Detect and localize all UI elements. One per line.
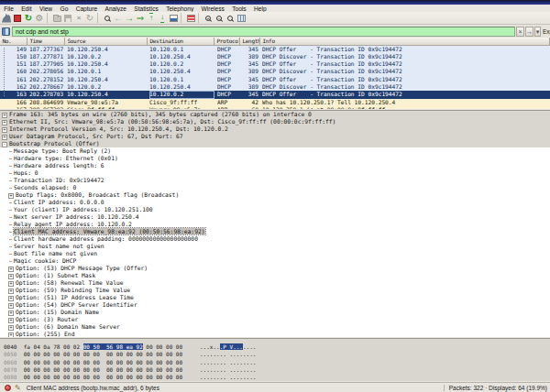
stop-capture-icon[interactable] xyxy=(12,12,23,24)
column-header-no[interactable]: No. xyxy=(0,38,28,46)
zoom-out-icon[interactable]: − xyxy=(214,12,225,24)
detail-row[interactable]: +Option: (6) Domain Name Server xyxy=(0,323,550,331)
detail-row[interactable]: Relay agent IP address: 10.120.0.2 xyxy=(0,221,550,228)
detail-row[interactable]: +Option: (255) End xyxy=(0,331,550,337)
column-header-source[interactable]: Source xyxy=(65,38,148,46)
go-to-packet-icon[interactable]: ⇒ xyxy=(135,12,146,24)
detail-row[interactable]: +Option: (15) Domain Name xyxy=(0,309,550,316)
detail-row[interactable]: Magic cookie: DHCP xyxy=(0,257,550,265)
detail-row[interactable]: Your (client) IP address: 10.120.251.100 xyxy=(0,206,550,213)
resize-columns-icon[interactable] xyxy=(236,12,247,24)
expander-icon[interactable]: + xyxy=(8,318,14,323)
filter-expression-label[interactable]: Expression… xyxy=(543,28,550,35)
go-back-icon[interactable]: ← xyxy=(113,12,124,24)
menu-tools[interactable]: Tools xyxy=(228,5,250,12)
packet-row-160[interactable]: 160202.27805610.120.0.110.120.250.4DHCP3… xyxy=(0,68,550,75)
detail-row[interactable]: Next server IP address: 10.120.250.4 xyxy=(0,213,550,221)
expander-icon[interactable]: + xyxy=(8,296,14,301)
start-capture-icon[interactable] xyxy=(1,12,12,24)
detail-row[interactable]: Client IP address: 0.0.0.0 xyxy=(0,199,550,206)
detail-row[interactable]: Client hardware address padding: 0000000… xyxy=(0,235,550,243)
column-header-time[interactable]: Time xyxy=(28,38,65,46)
packet-row-162[interactable]: 162202.27866710.120.0.210.120.250.4DHCP3… xyxy=(0,83,550,91)
go-forward-icon[interactable]: → xyxy=(124,12,135,24)
capture-comment-icon[interactable]: ✎ xyxy=(15,384,21,392)
menu-statistics[interactable]: Statistics xyxy=(130,5,162,12)
packet-row-161[interactable]: 161202.27815210.120.250.410.120.0.1DHCP3… xyxy=(0,76,550,83)
filter-dropdown-button[interactable]: ▾ xyxy=(534,27,541,37)
close-file-icon[interactable]: × xyxy=(73,12,84,24)
menu-capture[interactable]: Capture xyxy=(72,5,101,12)
detail-row[interactable]: Hops: 0 xyxy=(0,169,550,177)
filter-apply-button[interactable]: → xyxy=(525,27,534,37)
packet-row-151[interactable]: 151187.27790510.120.250.410.120.0.2DHCP3… xyxy=(0,60,550,68)
column-header-length[interactable]: Length xyxy=(240,38,260,46)
detail-row[interactable]: +Bootp flags: 0x8000, Broadcast flag (Br… xyxy=(0,191,550,199)
expander-icon[interactable]: + xyxy=(8,303,14,309)
packet-row-163[interactable]: 163202.27870310.120.250.410.120.0.2DHCP3… xyxy=(0,91,550,98)
packet-row-150[interactable]: 150187.27787110.120.0.210.120.250.4DHCP3… xyxy=(0,53,550,60)
colorize-icon[interactable] xyxy=(185,12,196,24)
detail-row[interactable]: +Frame 163: 345 bytes on wire (2760 bits… xyxy=(0,111,550,118)
column-header-info[interactable]: Info xyxy=(260,38,550,46)
packet-row-149[interactable]: 149187.27736710.120.250.410.120.0.1DHCP3… xyxy=(0,46,550,53)
menu-wireless[interactable]: Wireless xyxy=(197,5,228,12)
detail-row[interactable]: Transaction ID: 0x9c194472 xyxy=(0,177,550,184)
save-file-icon[interactable] xyxy=(62,12,73,24)
expander-icon[interactable]: - xyxy=(2,142,7,147)
detail-row[interactable]: Client MAC address: Vmware_98:ea:92 (00:… xyxy=(0,228,550,235)
menu-edit[interactable]: Edit xyxy=(17,5,36,12)
go-bottom-icon[interactable]: ↓ xyxy=(157,12,168,24)
expander-icon[interactable]: + xyxy=(8,332,14,338)
detail-row[interactable]: Boot file name not given xyxy=(0,250,550,257)
detail-row[interactable]: +Option: (59) Rebinding Time Value xyxy=(0,287,550,294)
reload-icon[interactable]: ↻ xyxy=(84,12,95,24)
zoom-reset-icon[interactable] xyxy=(225,12,236,24)
detail-row[interactable]: +Option: (51) IP Address Lease Time xyxy=(0,294,550,301)
detail-row[interactable]: +Option: (58) Renewal Time Value xyxy=(0,279,550,287)
detail-row[interactable]: +Option: (3) Router xyxy=(0,316,550,323)
column-header-destination[interactable]: Destination xyxy=(148,38,214,46)
expander-icon[interactable]: + xyxy=(8,267,14,272)
detail-row[interactable]: +Option: (1) Subnet Mask xyxy=(0,272,550,279)
hex-row-0070[interactable]: 0070 00 00 00 00 00 00 00 00 00 00 00 00… xyxy=(0,366,550,374)
auto-scroll-icon[interactable] xyxy=(168,12,179,24)
menu-file[interactable]: File xyxy=(0,5,17,12)
expander-icon[interactable]: + xyxy=(8,193,14,199)
open-file-icon[interactable] xyxy=(51,12,62,24)
detail-row[interactable]: +Internet Protocol Version 4, Src: 10.12… xyxy=(0,125,550,133)
menu-telephony[interactable]: Telephony xyxy=(162,5,197,12)
menu-analyze[interactable]: Analyze xyxy=(101,5,130,12)
detail-row[interactable]: -Bootstrap Protocol (Offer) xyxy=(0,140,550,147)
menu-view[interactable]: View xyxy=(36,5,57,12)
expander-icon[interactable]: + xyxy=(2,120,7,125)
detail-row[interactable]: Seconds elapsed: 0 xyxy=(0,184,550,191)
expander-icon[interactable]: + xyxy=(8,289,14,294)
display-filter-input[interactable]: not cdp and not stp xyxy=(12,27,515,37)
detail-row[interactable]: Server host name not given xyxy=(0,243,550,250)
hex-row-0040[interactable]: 0040 fa 04 0a 78 00 02 00 50 56 98 ea 92… xyxy=(0,343,550,351)
hex-row-0080[interactable]: 0080 00 00 00 00 00 00 00 00 00 00 00 00… xyxy=(0,374,550,381)
find-packet-icon[interactable] xyxy=(102,12,113,24)
menu-go[interactable]: Go xyxy=(56,5,72,12)
packet-row-167[interactable]: 167208.867203Cisco_9f:ff:ffVmware_98:e5:… xyxy=(0,106,550,109)
go-top-icon[interactable]: ↑ xyxy=(146,12,157,24)
expander-icon[interactable]: + xyxy=(8,310,14,316)
filter-bookmark-icon[interactable] xyxy=(2,27,10,36)
restart-capture-icon[interactable]: ↻ xyxy=(23,12,34,24)
detail-row[interactable]: +Option: (54) DHCP Server Identifier xyxy=(0,301,550,309)
detail-row[interactable]: +Option: (53) DHCP Message Type (Offer) xyxy=(0,265,550,272)
zoom-in-icon[interactable]: + xyxy=(203,12,214,24)
expander-icon[interactable]: + xyxy=(8,325,14,331)
hex-row-0060[interactable]: 0060 00 00 00 00 00 00 00 00 00 00 00 00… xyxy=(0,359,550,366)
detail-row[interactable]: +User Datagram Protocol, Src Port: 67, D… xyxy=(0,133,550,140)
expander-icon[interactable]: + xyxy=(2,127,7,133)
detail-row[interactable]: Hardware type: Ethernet (0x01) xyxy=(0,155,550,162)
hex-row-0050[interactable]: 0050 00 00 00 00 00 00 00 00 00 00 00 00… xyxy=(0,351,550,358)
expander-icon[interactable]: + xyxy=(8,274,14,279)
capture-options-icon[interactable]: ⚙ xyxy=(34,12,45,24)
packet-row-166[interactable]: 166208.864699Vmware_98:e5:7aCisco_9f:ff:… xyxy=(0,99,550,106)
menu-help[interactable]: Help xyxy=(250,5,270,12)
expander-icon[interactable]: + xyxy=(2,113,7,118)
filter-clear-button[interactable]: × xyxy=(516,27,524,37)
